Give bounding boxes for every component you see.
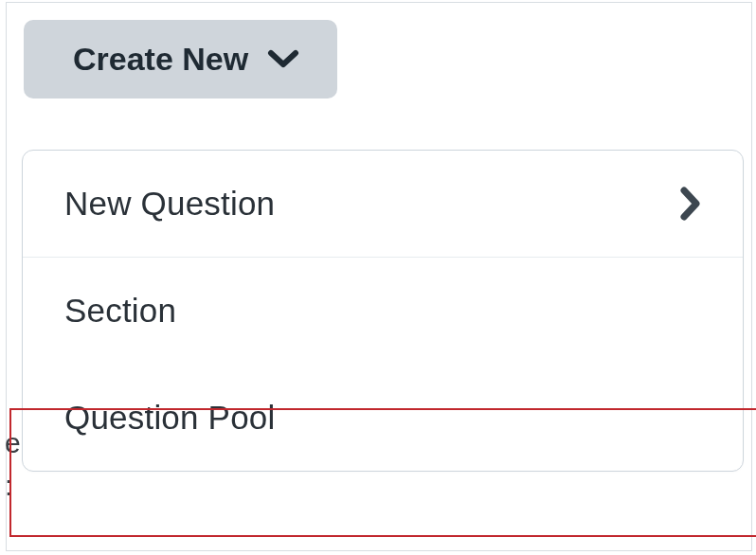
menu-item-label: New Question: [64, 185, 275, 223]
menu-item-section[interactable]: Section: [23, 257, 743, 364]
background-text-fragment: e: [5, 429, 21, 457]
create-new-dropdown: New Question Section Question Pool: [22, 150, 744, 472]
create-new-label: Create New: [73, 41, 248, 78]
chevron-down-icon: [267, 49, 299, 70]
create-new-button[interactable]: Create New: [24, 20, 337, 98]
background-text-fragment: :: [5, 472, 12, 500]
app-frame: e : Create New New Question Section Ques…: [6, 2, 752, 551]
chevron-right-icon: [680, 187, 701, 221]
menu-item-label: Section: [64, 292, 176, 330]
menu-item-question-pool[interactable]: Question Pool: [23, 364, 743, 471]
menu-item-label: Question Pool: [64, 399, 275, 437]
menu-item-new-question[interactable]: New Question: [23, 151, 743, 257]
